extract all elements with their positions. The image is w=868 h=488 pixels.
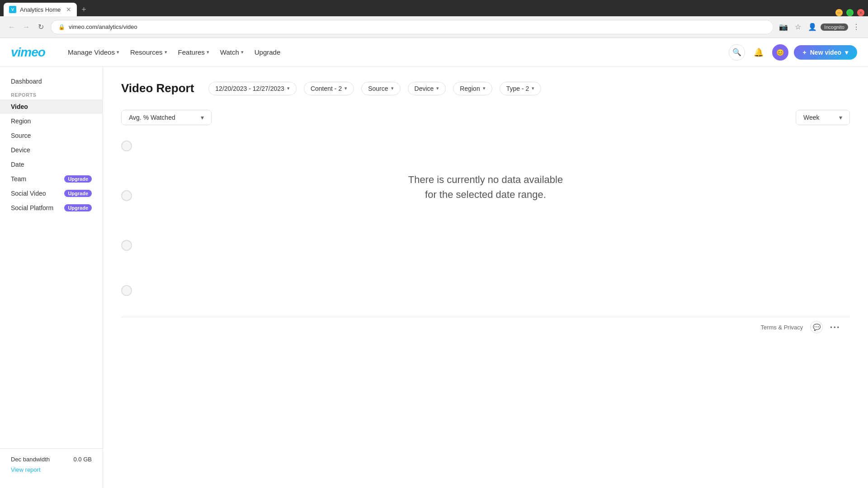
chevron-down-icon: ▾ [344,85,347,91]
team-upgrade-badge[interactable]: Upgrade [64,175,92,183]
sidebar-social-platform-label: Social Platform [11,204,53,211]
nav-features[interactable]: Features ▾ [174,46,214,59]
sidebar-item-region[interactable]: Region [0,114,103,128]
sidebar-dashboard-label: Dashboard [11,78,42,85]
chevron-down-icon: ▾ [483,85,486,91]
date-range-filter[interactable]: 12/20/2023 - 12/27/2023 ▾ [208,82,297,95]
new-tab-button[interactable]: + [78,3,90,16]
chart-y-indicator-4 [121,285,132,296]
nav-resources-label: Resources [130,48,163,56]
tab-favicon: V [9,6,16,13]
chevron-down-icon: ▾ [201,114,204,121]
chevron-down-icon: ▾ [532,85,534,91]
nav-upgrade-label: Upgrade [255,48,281,56]
more-options-button[interactable]: • • • [830,324,839,331]
metric-select[interactable]: Avg. % Watched ▾ [121,110,212,125]
back-button[interactable]: ← [5,21,18,33]
page-footer: Terms & Privacy 💬 • • • [121,317,850,337]
screen-cast-button[interactable]: 📷 [777,21,790,33]
chevron-down-icon: ▾ [165,49,167,55]
device-filter[interactable]: Device ▾ [408,82,446,95]
chart-y-indicator-2 [121,190,132,201]
bandwidth-label: Dec bandwidth [11,456,50,463]
sidebar-source-label: Source [11,132,31,139]
bell-icon: 🔔 [754,47,764,57]
sidebar-item-social-platform[interactable]: Social Platform Upgrade [0,201,103,215]
profile-button[interactable]: 👤 [806,21,819,33]
avatar[interactable]: 😊 [772,44,788,61]
vimeo-logo[interactable]: vimeo [11,45,45,60]
active-tab[interactable]: V Analytics Home ✕ [4,3,77,16]
new-video-button[interactable]: + New video ▾ [794,45,857,60]
chevron-down-icon: ▾ [287,85,290,91]
terms-privacy-link[interactable]: Terms & Privacy [760,324,803,331]
sidebar-item-device[interactable]: Device [0,143,103,157]
bandwidth-row: Dec bandwidth 0.0 GB [11,456,92,463]
nav-upgrade[interactable]: Upgrade [250,46,285,59]
source-filter-label: Source [368,85,388,92]
nav-bar: ← → ↻ 🔒 vimeo.com/analytics/video 📷 ☆ 👤 … [0,16,868,38]
sidebar-item-team[interactable]: Team Upgrade [0,172,103,186]
nav-resources[interactable]: Resources ▾ [126,46,172,59]
feedback-icon[interactable]: 💬 [810,321,823,333]
notifications-button[interactable]: 🔔 [750,44,767,61]
sidebar-device-label: Device [11,146,30,154]
sidebar-item-dashboard[interactable]: Dashboard [0,74,103,89]
sidebar-item-video[interactable]: Video [0,99,103,114]
refresh-button[interactable]: ↻ [34,21,47,33]
sidebar-item-date[interactable]: Date [0,157,103,172]
tab-bar: V Analytics Home ✕ + ─ □ ✕ [0,0,868,16]
incognito-badge[interactable]: Incognito [821,23,848,31]
report-header: Video Report 12/20/2023 - 12/27/2023 ▾ C… [121,81,850,95]
dot-2: • [834,324,836,331]
chart-controls: Avg. % Watched ▾ Week ▾ [121,110,850,125]
social-platform-upgrade-badge[interactable]: Upgrade [64,204,92,211]
minimize-button[interactable]: ─ [835,9,843,16]
empty-state-text-line1: There is currently no data available [408,172,563,187]
sidebar-item-social-video[interactable]: Social Video Upgrade [0,186,103,201]
bandwidth-value: 0.0 GB [74,456,92,463]
sidebar-item-source[interactable]: Source [0,128,103,143]
avatar-icon: 😊 [776,49,784,56]
report-title: Video Report [121,81,194,95]
nav-manage-videos-label: Manage Videos [68,48,115,56]
sidebar-team-label: Team [11,175,26,183]
sidebar-region-label: Region [11,117,31,125]
nav-extras: 📷 ☆ 👤 Incognito ⋮ [777,21,863,33]
period-select[interactable]: Week ▾ [796,110,850,125]
forward-button[interactable]: → [20,21,33,33]
nav-watch-label: Watch [220,48,239,56]
view-report-link[interactable]: View report [11,466,41,473]
sidebar: Dashboard REPORTS Video Region Source De… [0,67,103,488]
address-bar[interactable]: 🔒 vimeo.com/analytics/video [51,20,774,34]
content-filter-label: Content - 2 [311,85,342,92]
menu-button[interactable]: ⋮ [850,21,863,33]
dot-3: • [837,324,839,331]
tab-close-button[interactable]: ✕ [66,6,71,13]
region-filter[interactable]: Region ▾ [453,82,492,95]
browser-chrome: V Analytics Home ✕ + ─ □ ✕ ← → ↻ 🔒 vimeo… [0,0,868,38]
social-video-upgrade-badge[interactable]: Upgrade [64,190,92,197]
top-nav: vimeo Manage Videos ▾ Resources ▾ Featur… [0,38,868,67]
nav-arrows: ← → ↻ [5,21,47,33]
search-button[interactable]: 🔍 [729,44,745,61]
nav-menu: Manage Videos ▾ Resources ▾ Features ▾ W… [63,46,714,59]
type-filter[interactable]: Type - 2 ▾ [500,82,542,95]
device-filter-label: Device [415,85,434,92]
content-filter[interactable]: Content - 2 ▾ [304,82,354,95]
app: vimeo Manage Videos ▾ Resources ▾ Featur… [0,38,868,488]
ssl-lock-icon: 🔒 [58,24,65,30]
chevron-down-icon: ▾ [839,114,842,121]
chevron-down-icon: ▾ [241,49,244,55]
maximize-button[interactable]: □ [846,9,854,16]
type-filter-label: Type - 2 [506,85,529,92]
bookmark-button[interactable]: ☆ [792,21,804,33]
source-filter[interactable]: Source ▾ [361,82,400,95]
empty-state: There is currently no data available for… [121,136,850,238]
nav-watch[interactable]: Watch ▾ [216,46,248,59]
chart-y-indicator-1 [121,141,132,151]
nav-manage-videos[interactable]: Manage Videos ▾ [63,46,124,59]
chevron-down-icon: ▾ [207,49,209,55]
chevron-down-icon: ▾ [845,49,848,56]
close-button[interactable]: ✕ [857,9,864,16]
